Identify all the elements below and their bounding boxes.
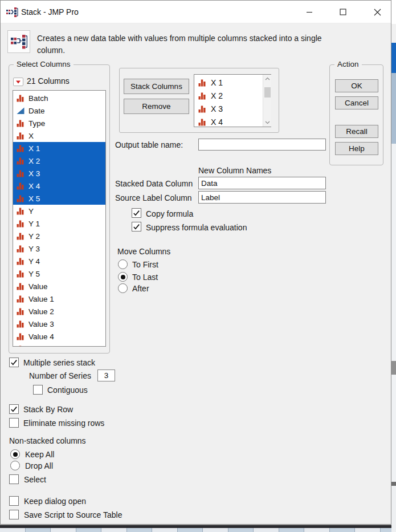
number-of-series-label: Number of Series	[29, 371, 91, 380]
column-item[interactable]: X 4	[13, 180, 105, 192]
stack-by-row-checkbox[interactable]	[9, 404, 19, 414]
stacked-column-item-label: X 3	[211, 104, 223, 113]
stacked-column-item[interactable]: X 3	[194, 102, 271, 115]
drop-all-radio[interactable]	[10, 461, 20, 470]
stacked-list-scrollbar[interactable]	[263, 75, 271, 127]
column-item[interactable]: Batch	[13, 92, 105, 104]
dialog-stack-icon	[7, 30, 30, 53]
column-item[interactable]: Value 3	[13, 318, 105, 330]
column-item[interactable]: X 3	[13, 167, 105, 180]
nominal-column-icon	[198, 105, 206, 113]
column-item-label: Value	[28, 282, 48, 291]
to-first-label: To First	[132, 260, 158, 269]
screen: Stack - JMP Pro Creates a new data tab	[0, 0, 396, 532]
to-first-radio[interactable]	[118, 259, 128, 269]
remove-button[interactable]: Remove	[124, 99, 189, 114]
column-item[interactable]: Value 5	[13, 343, 105, 347]
after-label: After	[132, 284, 149, 293]
check-icon	[10, 405, 18, 413]
stacked-columns-list[interactable]: X 1X 2X 3X 4	[194, 74, 271, 127]
column-item[interactable]: Y 2	[13, 230, 105, 242]
check-icon	[133, 209, 140, 217]
multiple-series-stack-checkbox[interactable]	[9, 358, 19, 367]
stacked-column-item[interactable]: X 1	[194, 76, 271, 89]
keep-all-radio[interactable]	[10, 449, 20, 459]
contiguous-checkbox[interactable]	[33, 385, 43, 395]
scroll-up-icon[interactable]	[263, 75, 272, 83]
suppress-formula-checkbox[interactable]	[132, 222, 141, 232]
ok-button[interactable]: OK	[335, 79, 378, 92]
after-radio[interactable]	[118, 283, 128, 293]
column-item[interactable]: X 5	[13, 192, 105, 205]
column-item[interactable]: X 2	[13, 155, 105, 167]
to-last-radio[interactable]	[118, 272, 128, 282]
nominal-column-icon	[17, 320, 25, 328]
column-item[interactable]: Y	[13, 205, 105, 217]
minimize-button[interactable]	[296, 1, 322, 23]
select-checkbox[interactable]	[9, 474, 19, 484]
columns-menu-button[interactable]	[13, 78, 23, 86]
column-item-label: Y	[28, 207, 34, 216]
stack-glyph-icon	[10, 34, 27, 49]
stacked-column-item[interactable]: X 4	[194, 115, 271, 127]
select-columns-legend: Select Columns	[14, 60, 74, 68]
stack-columns-button[interactable]: Stack Columns	[124, 79, 189, 94]
column-item-label: Y 1	[28, 220, 40, 228]
save-script-checkbox[interactable]	[9, 510, 19, 519]
column-item-label: Value 1	[28, 295, 54, 303]
app-stack-icon	[6, 7, 18, 17]
column-item[interactable]: X	[13, 129, 105, 142]
continuous-column-icon	[17, 107, 25, 115]
column-item[interactable]: Date	[13, 104, 105, 117]
eliminate-missing-rows-label: Eliminate missing rows	[23, 419, 104, 428]
nominal-column-icon	[198, 92, 206, 100]
nominal-column-icon	[17, 257, 25, 265]
scroll-down-icon[interactable]	[263, 119, 272, 127]
keep-dialog-open-checkbox[interactable]	[9, 496, 19, 506]
suppress-formula-label: Suppress formula evaluation	[146, 223, 247, 232]
stacked-column-item-label: X 4	[211, 117, 223, 127]
column-item[interactable]: Type	[13, 117, 105, 129]
close-icon	[374, 9, 381, 16]
select-columns-list[interactable]: BatchDateTypeXX 1X 2X 3X 4X 5YY 1Y 2Y 3Y…	[13, 90, 106, 347]
column-item[interactable]: X 1	[13, 142, 105, 155]
column-item[interactable]: Y 5	[13, 267, 105, 280]
stacked-column-item[interactable]: X 2	[194, 89, 271, 102]
column-item-label: X	[28, 132, 34, 140]
stack-by-row-label: Stack By Row	[23, 405, 73, 414]
help-button[interactable]: Help	[335, 142, 378, 155]
maximize-button[interactable]	[330, 1, 356, 23]
column-item[interactable]: Y 3	[13, 242, 105, 255]
scrollbar-thumb[interactable]	[264, 87, 271, 98]
nominal-column-icon	[17, 169, 25, 177]
column-item[interactable]: Y 1	[13, 217, 105, 230]
nominal-column-icon	[17, 182, 25, 190]
output-table-label: Output table name:	[115, 140, 183, 149]
nominal-column-icon	[17, 232, 25, 240]
source-label-column-label: Source Label Column	[115, 193, 192, 202]
nominal-column-icon	[17, 194, 25, 202]
column-item[interactable]: Y 4	[13, 255, 105, 267]
column-item[interactable]: Value 4	[13, 330, 105, 343]
minimize-icon	[306, 9, 313, 15]
stack-dialog-window: Stack - JMP Pro Creates a new data tab	[0, 0, 391, 525]
titlebar: Stack - JMP Pro	[1, 1, 391, 23]
cancel-button[interactable]: Cancel	[335, 96, 378, 109]
output-table-input[interactable]	[198, 139, 326, 151]
eliminate-missing-rows-checkbox[interactable]	[9, 418, 19, 428]
maximize-icon	[340, 9, 346, 15]
copy-formula-checkbox[interactable]	[132, 208, 141, 218]
columns-count-label: 21 Columns	[27, 76, 70, 86]
number-of-series-input[interactable]	[97, 369, 115, 381]
column-item[interactable]: Value	[13, 280, 105, 293]
red-disclosure-icon	[15, 80, 21, 84]
nominal-column-icon	[17, 282, 25, 290]
close-button[interactable]	[364, 1, 390, 23]
column-item[interactable]: Value 2	[13, 305, 105, 318]
column-item-label: Batch	[28, 94, 48, 103]
source-label-column-input[interactable]	[198, 191, 326, 204]
column-item[interactable]: Value 1	[13, 293, 105, 305]
stacked-data-column-input[interactable]	[198, 177, 326, 189]
recall-button[interactable]: Recall	[335, 125, 378, 138]
column-item-label: Date	[28, 107, 45, 115]
